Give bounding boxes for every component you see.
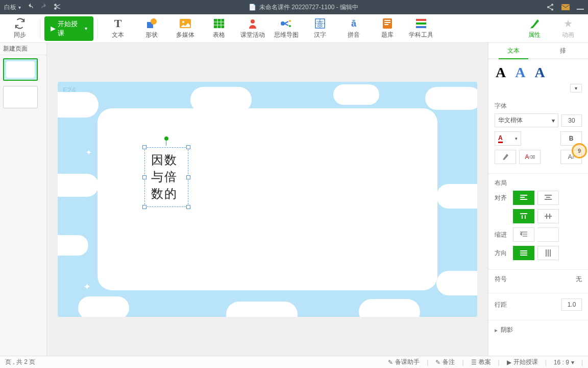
valign-middle-button[interactable] — [537, 209, 559, 223]
highlight-button[interactable] — [495, 150, 516, 164]
bank-tool[interactable]: 题库 — [372, 15, 403, 42]
text-box-selected[interactable]: 因数与倍数的 — [144, 147, 188, 207]
cut-button[interactable] — [54, 3, 61, 12]
indent-label: 缩进 — [495, 231, 510, 239]
direction-v-button[interactable] — [537, 246, 559, 260]
resize-handle[interactable] — [142, 145, 146, 149]
font-preset-1[interactable]: A — [496, 64, 506, 81]
activity-tool[interactable]: 课堂活动 — [237, 15, 268, 42]
media-label: 多媒体 — [176, 31, 194, 39]
resize-handle[interactable] — [186, 175, 190, 179]
hanzi-label: 汉字 — [314, 31, 326, 39]
shape-tool[interactable]: 形状 — [136, 15, 167, 42]
textbox-content[interactable]: 因数与倍数的 — [151, 152, 182, 202]
text-tool[interactable]: T 文本 — [102, 15, 134, 42]
redo-button[interactable] — [40, 3, 47, 12]
align-center-button[interactable] — [537, 191, 559, 205]
svg-rect-17 — [384, 20, 390, 21]
title-bar: 白板 未命名课件 20220727-1100 - 编辑中 — [0, 0, 588, 14]
anim-label: 动画 — [562, 31, 574, 39]
properties-panel: 文本 排 A A A ▾ 字体 华文楷体▾ 30 A▾ B 9 A⌫ — [488, 43, 588, 356]
tools-label: 学科工具 — [409, 31, 433, 39]
font-section-label: 字体 — [495, 102, 582, 110]
panel-tab-text[interactable]: 文本 — [488, 43, 538, 58]
font-preset-3[interactable]: A — [534, 64, 545, 81]
svg-rect-22 — [416, 26, 426, 28]
svg-rect-20 — [416, 19, 426, 21]
note-button[interactable]: ✎ 备注 — [435, 358, 455, 366]
direction-label: 方向 — [495, 249, 510, 258]
helper-button[interactable]: ✎ 备课助手 — [388, 358, 420, 366]
font-color-button[interactable]: A▾ — [495, 131, 521, 146]
resize-handle[interactable] — [186, 205, 190, 209]
indent-decrease-button[interactable] — [513, 227, 534, 242]
svg-rect-18 — [384, 22, 390, 23]
svg-rect-21 — [416, 22, 426, 25]
document-title: 未命名课件 20220727-1100 - 编辑中 — [259, 3, 358, 12]
animation-tab[interactable]: ★ 动画 — [552, 15, 584, 42]
svg-rect-9 — [214, 19, 224, 28]
svg-point-1 — [547, 6, 549, 8]
font-preset-2[interactable]: A — [515, 64, 525, 81]
minimize-button[interactable] — [577, 4, 584, 11]
media-tool[interactable]: 多媒体 — [169, 15, 201, 42]
layout-section-label: 布局 — [495, 179, 582, 188]
shape-label: 形状 — [145, 31, 158, 39]
symbol-value[interactable]: 无 — [576, 275, 582, 284]
pinyin-tool[interactable]: ā 拼音 — [338, 15, 370, 42]
svg-point-0 — [551, 4, 553, 6]
mindmap-tool[interactable]: 思维导图 — [271, 15, 302, 42]
share-button[interactable] — [546, 3, 554, 11]
start-teaching-button[interactable]: ▶开始授课 — [44, 15, 93, 42]
resize-handle[interactable] — [186, 145, 190, 149]
start-status-button[interactable]: ▶ 开始授课 — [507, 358, 538, 366]
svg-point-8 — [182, 21, 184, 23]
align-left-button[interactable] — [513, 191, 534, 205]
annotation-marker: 9 — [572, 143, 587, 158]
svg-point-6 — [151, 18, 157, 25]
status-bar: 页 , 共 2 页 ✎ 备课助手 | ✎ 备注 | ☰ 教案 | ▶ 开始授课 … — [0, 356, 588, 368]
new-page-button[interactable]: 新建页面 — [0, 43, 46, 55]
slide-canvas[interactable]: E24 ✦✦✦ 因数与倍数的 — [58, 82, 477, 317]
direction-h-button[interactable] — [513, 246, 534, 260]
text-label: 文本 — [112, 31, 124, 39]
sync-button[interactable]: 同步 — [4, 15, 36, 42]
valign-top-button[interactable] — [513, 209, 534, 223]
slide-thumbnail-1[interactable] — [3, 58, 38, 81]
lineheight-input[interactable]: 1.0 — [561, 298, 582, 311]
aspect-ratio[interactable]: 16 : 9 ▾ — [554, 359, 574, 366]
properties-tab[interactable]: 属性 — [519, 15, 550, 42]
activity-label: 课堂活动 — [240, 31, 265, 39]
resize-handle[interactable] — [142, 175, 146, 179]
ribbon-toolbar: 同步 ▶开始授课 T 文本 形状 多媒体 表格 课堂活动 思维导图 言 汉字 ā… — [0, 14, 588, 43]
props-label: 属性 — [528, 31, 541, 39]
shadow-label[interactable]: 阴影 — [501, 326, 513, 334]
pinyin-label: 拼音 — [348, 31, 360, 39]
preset-more[interactable]: ▾ — [570, 84, 582, 93]
font-family-select[interactable]: 华文楷体▾ — [495, 113, 558, 127]
clear-format-button[interactable]: A⌫ — [519, 150, 541, 164]
plan-button[interactable]: ☰ 教案 — [471, 358, 491, 366]
rotate-handle[interactable] — [164, 136, 168, 141]
svg-point-13 — [289, 25, 291, 27]
resize-handle[interactable] — [142, 205, 146, 209]
hanzi-tool[interactable]: 言 汉字 — [304, 15, 336, 42]
slide-thumbnail-2[interactable] — [3, 86, 38, 108]
panel-tab-arrange[interactable]: 排 — [538, 43, 589, 58]
page-info: 页 , 共 2 页 — [5, 358, 35, 366]
mindmap-label: 思维导图 — [274, 31, 299, 39]
document-icon — [249, 4, 256, 11]
board-menu[interactable]: 白板 — [4, 3, 21, 12]
undo-button[interactable] — [27, 3, 34, 12]
lineheight-label: 行距 — [495, 301, 507, 309]
table-label: 表格 — [213, 31, 225, 39]
svg-point-10 — [251, 19, 255, 24]
svg-rect-3 — [561, 4, 570, 10]
table-tool[interactable]: 表格 — [203, 15, 235, 42]
font-size-input[interactable]: 30 — [561, 114, 582, 127]
tools-button[interactable]: 学科工具 — [405, 15, 437, 42]
svg-point-11 — [281, 22, 284, 25]
svg-text:言: 言 — [316, 19, 324, 28]
mail-button[interactable] — [561, 4, 570, 10]
canvas-area[interactable]: E24 ✦✦✦ 因数与倍数的 — [47, 43, 488, 356]
